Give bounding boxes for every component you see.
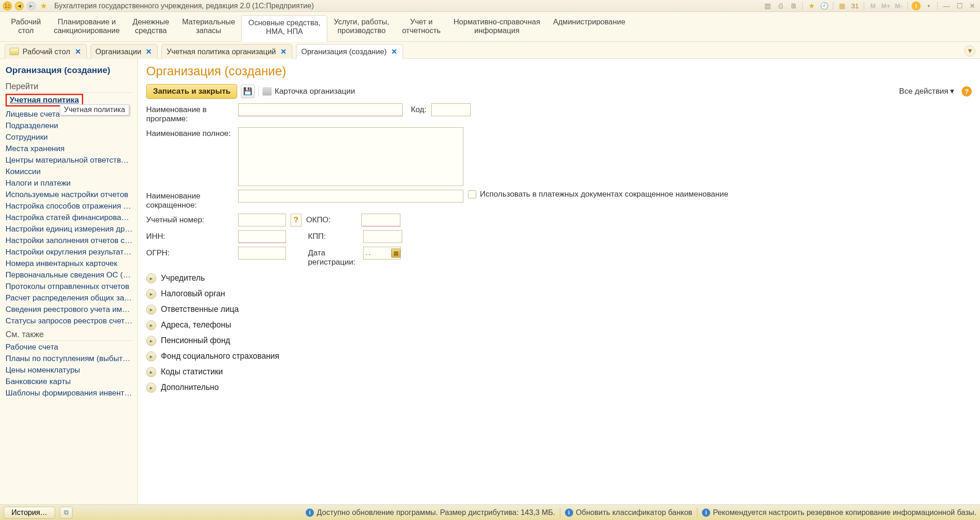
document-tab[interactable]: Организация (создание)✕: [296, 44, 403, 59]
document-tab[interactable]: Учетная политика организаций✕: [161, 44, 292, 59]
mainnav-item[interactable]: Рабочийстол: [5, 15, 47, 41]
sidebar-item[interactable]: Банковские карты: [6, 376, 133, 388]
expander-row[interactable]: ▸Налоговый орган: [146, 286, 972, 302]
mainnav-item[interactable]: Администрирование: [547, 15, 632, 41]
tab-close-icon[interactable]: ✕: [74, 47, 82, 56]
tab-close-icon[interactable]: ✕: [145, 47, 153, 56]
status-backup-hint[interactable]: i Рекомендуется настроить резервное копи…: [702, 508, 976, 517]
sidebar-item[interactable]: Места хранения: [6, 143, 133, 155]
status-refresh-bank[interactable]: i Обновить классификатор банков: [565, 508, 692, 517]
expand-icon[interactable]: ▸: [146, 351, 156, 362]
document-tab[interactable]: Организации✕: [91, 44, 158, 59]
document-tab[interactable]: Рабочий стол✕: [5, 44, 87, 59]
expander-row[interactable]: ▸Дополнительно: [146, 380, 972, 396]
use-short-name-checkbox[interactable]: [468, 190, 476, 198]
mainnav-item[interactable]: Планирование исанкционирование: [47, 15, 126, 41]
nav-forward-icon[interactable]: ►: [27, 1, 36, 11]
sidebar-item[interactable]: Настройки заполнения отчетов статистики …: [6, 235, 133, 247]
inn-input[interactable]: [238, 230, 286, 243]
sidebar-item[interactable]: Планы по поступлениям (выбытиям) органи…: [6, 353, 133, 365]
tab-close-icon[interactable]: ✕: [390, 47, 398, 56]
window-close-icon[interactable]: ✕: [967, 1, 977, 11]
name-program-input[interactable]: [238, 103, 403, 116]
sidebar-item[interactable]: Используемые настройки отчетов: [6, 189, 133, 201]
expander-row[interactable]: ▸Адреса, телефоны: [146, 317, 972, 333]
expand-icon[interactable]: ▸: [146, 367, 156, 377]
sidebar-item[interactable]: Настройка статей финансирования (зарплат…: [6, 212, 133, 224]
sidebar-item[interactable]: Подразделени: [6, 120, 133, 132]
expand-icon[interactable]: ▸: [146, 289, 156, 299]
expander-row[interactable]: ▸Ответственные лица: [146, 302, 972, 317]
expander-row[interactable]: ▸Коды статистики: [146, 364, 972, 380]
windows-button-icon[interactable]: ⧉: [60, 507, 73, 519]
acc-no-help-icon[interactable]: ?: [291, 214, 302, 226]
mainnav-item[interactable]: Услуги, работы,производство: [327, 15, 396, 41]
toolbar-doc-icon[interactable]: 🗎: [788, 1, 798, 11]
expand-icon[interactable]: ▸: [146, 336, 156, 346]
favorite-star-icon[interactable]: ★: [39, 1, 49, 11]
help-icon[interactable]: ?: [962, 86, 972, 96]
sidebar-item[interactable]: Рабочие счета: [6, 342, 133, 353]
reg-date-input[interactable]: [364, 247, 391, 259]
sidebar-item[interactable]: Цены номенклатуры: [6, 365, 133, 376]
mainnav-item[interactable]: Учет иотчетность: [396, 15, 447, 41]
sidebar-item[interactable]: Комиссии: [6, 166, 133, 178]
expand-icon[interactable]: ▸: [146, 383, 156, 393]
tabs-dropdown-icon[interactable]: ▾: [964, 45, 975, 57]
acc-no-input[interactable]: [238, 214, 286, 226]
memory-mplus-icon[interactable]: M+: [881, 1, 891, 11]
okpo-input[interactable]: [361, 214, 400, 226]
expand-icon[interactable]: ▸: [146, 273, 156, 283]
expander-row[interactable]: ▸Фонд социального страхования: [146, 349, 972, 364]
expander-row[interactable]: ▸Учредитель: [146, 271, 972, 286]
name-short-input[interactable]: [238, 190, 463, 203]
sidebar-item[interactable]: Налоги и платежи: [6, 178, 133, 189]
sidebar-item[interactable]: Номера инвентарных карточек: [6, 258, 133, 270]
mainnav-item[interactable]: Основные средства,НМА, НПА: [241, 15, 327, 42]
save-icon[interactable]: 💾: [241, 85, 255, 98]
history-button[interactable]: История…: [4, 507, 55, 519]
write-close-button[interactable]: Записать и закрыть: [146, 84, 237, 99]
status-update-available[interactable]: i Доступно обновление программы. Размер …: [306, 508, 555, 517]
print-org-card-button[interactable]: Карточка организации: [262, 87, 355, 96]
toolbar-calc-icon[interactable]: ▦: [837, 1, 847, 11]
reg-date-field[interactable]: ▦: [363, 247, 401, 260]
expand-icon[interactable]: ▸: [146, 320, 156, 330]
kpp-input[interactable]: [363, 230, 402, 243]
sidebar-item[interactable]: Первоначальные сведения ОС (бухгалтерск…: [6, 270, 133, 281]
mainnav-item[interactable]: Материальныезапасы: [176, 15, 241, 41]
sidebar-item[interactable]: Сотрудники: [6, 132, 133, 143]
tab-close-icon[interactable]: ✕: [279, 47, 287, 56]
all-actions-dropdown[interactable]: Все действия ▾: [899, 86, 954, 96]
help-info-icon[interactable]: i: [912, 1, 921, 11]
memory-m-icon[interactable]: M: [868, 1, 878, 11]
sidebar-item[interactable]: Центры материальной ответственности: [6, 155, 133, 166]
expand-icon[interactable]: ▸: [146, 305, 156, 315]
mainnav-item[interactable]: Нормативно-справочнаяинформация: [447, 15, 547, 41]
nav-back-icon[interactable]: ◄: [15, 1, 24, 11]
mainnav-item[interactable]: Денежныесредства: [126, 15, 176, 41]
app-logo-icon[interactable]: 1c: [3, 1, 12, 11]
sidebar-item[interactable]: Статусы запросов реестров счетов-фактур: [6, 316, 133, 327]
expander-row[interactable]: ▸Пенсионный фонд: [146, 333, 972, 349]
memory-mminus-icon[interactable]: M-: [894, 1, 904, 11]
toolbar-history-icon[interactable]: 🕘: [819, 1, 829, 11]
toolbar-fav-icon[interactable]: ★: [806, 1, 816, 11]
sidebar-item[interactable]: Настройки округления результата расчета …: [6, 247, 133, 258]
sidebar-item[interactable]: Сведения реестрового учета имущества: [6, 304, 133, 316]
sidebar-item[interactable]: Настройки единиц измерения драг. материа…: [6, 224, 133, 235]
ogrn-input[interactable]: [238, 247, 286, 260]
toolbar-calendar-icon[interactable]: 31: [850, 1, 860, 11]
window-minimize-icon[interactable]: —: [941, 1, 952, 11]
calendar-icon[interactable]: ▦: [391, 249, 400, 258]
toolbar-print-icon[interactable]: ⎙: [775, 1, 786, 11]
code-input[interactable]: [431, 103, 471, 116]
sidebar-item[interactable]: Настройка способов отражения зарплаты в …: [6, 201, 133, 212]
sidebar-item[interactable]: Протоколы отправленных отчетов: [6, 281, 133, 293]
toolbar-save-icon[interactable]: ▥: [763, 1, 773, 11]
sidebar-item[interactable]: Шаблоны формирования инвентарных номе…: [6, 388, 133, 399]
help-dropdown-icon[interactable]: ▾: [923, 1, 934, 11]
window-maximize-icon[interactable]: ☐: [954, 1, 964, 11]
name-full-textarea[interactable]: [238, 127, 463, 186]
sidebar-item[interactable]: Расчет распределения общих затрат: [6, 293, 133, 304]
